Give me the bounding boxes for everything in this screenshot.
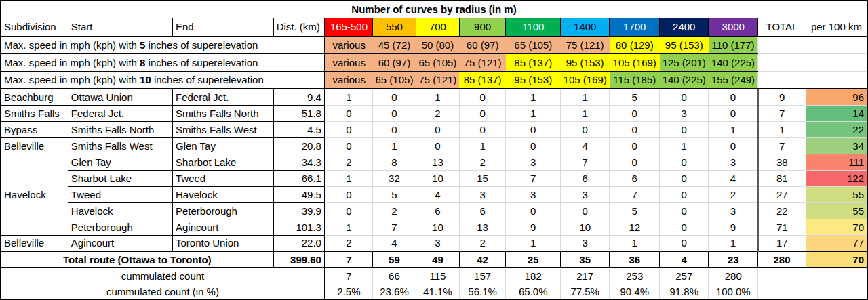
- max-speed-cell: 80 (129): [610, 36, 660, 53]
- col-header-per100km: per 100 km: [806, 18, 867, 36]
- max-speed-cell: various: [325, 36, 373, 53]
- total-count-cell: 35: [561, 251, 610, 267]
- curve-count-cell: 0: [660, 202, 709, 219]
- dist-cell: 51.8: [273, 105, 325, 121]
- empty-total-cell: [758, 284, 806, 300]
- curve-count-cell: 4: [416, 186, 459, 202]
- start-cell: Federal Jct.: [68, 105, 172, 121]
- per100km-cell: 96: [806, 89, 867, 105]
- per100km-cell: 55: [806, 186, 867, 202]
- curve-count-cell: 4: [561, 137, 610, 154]
- max-speed-cell: 45 (72): [372, 36, 416, 53]
- curve-count-cell: 3: [416, 235, 459, 251]
- curve-count-cell: 1: [325, 170, 373, 186]
- total-count-cell: 7: [325, 251, 373, 267]
- superelevation-label-suffix: inches of superelevation: [151, 74, 264, 85]
- superelevation-row: Max. speed in mph (kph) with 10 inches o…: [1, 71, 867, 89]
- curve-count-cell: 0: [506, 202, 561, 219]
- total-count-cell: 36: [610, 251, 660, 267]
- table-row: TweedHavelock49.50543337022755: [1, 186, 867, 202]
- curve-count-cell: 0: [561, 121, 610, 137]
- row-total-cell: 27: [758, 186, 806, 202]
- radius-bucket-header: 1700: [610, 18, 660, 36]
- curve-count-cell: 1: [610, 235, 660, 251]
- start-cell: Sharbot Lake: [68, 170, 172, 186]
- column-header-row: SubdivisionStartEndDist. (km)165-5005507…: [1, 18, 867, 36]
- dist-cell: 9.4: [273, 89, 325, 105]
- row-total-cell: 38: [758, 154, 806, 170]
- curve-count-cell: 0: [610, 154, 660, 170]
- dist-cell: 4.5: [273, 121, 325, 137]
- curve-count-cell: 3: [561, 186, 610, 202]
- curve-count-cell: 0: [416, 121, 459, 137]
- cumulated-count-row: cummulated count766115157182217253257280: [1, 267, 867, 284]
- cumulated-count-cell: 7: [325, 267, 373, 284]
- max-speed-cell: 75 (121): [459, 53, 506, 71]
- empty-per100-cell: [806, 71, 867, 89]
- curve-count-cell: 0: [660, 89, 709, 105]
- curve-count-cell: 0: [610, 137, 660, 154]
- superelevation-inches: 10: [140, 74, 151, 85]
- cumulated-count-cell: 157: [459, 267, 506, 284]
- curve-count-cell: 0: [372, 121, 416, 137]
- superelevation-label-cell: Max. speed in mph (kph) with 5 inches of…: [1, 36, 325, 53]
- cumulated-count-cell: 253: [610, 267, 660, 284]
- curve-count-cell: 0: [459, 105, 506, 121]
- max-speed-cell: 95 (153): [660, 36, 709, 53]
- total-dist-cell: 399.60: [273, 251, 325, 267]
- curve-count-cell: 7: [610, 186, 660, 202]
- max-speed-cell: 140 (225): [660, 71, 709, 89]
- max-speed-cell: various: [325, 71, 373, 89]
- curve-count-cell: 0: [372, 89, 416, 105]
- start-cell: Tweed: [68, 186, 172, 202]
- superelevation-row: Max. speed in mph (kph) with 5 inches of…: [1, 36, 867, 53]
- curve-count-cell: 0: [325, 105, 373, 121]
- empty-per100-cell: [806, 284, 867, 300]
- curve-count-cell: 0: [416, 137, 459, 154]
- radius-bucket-header: 165-500: [325, 18, 373, 36]
- empty-per100-cell: [806, 36, 867, 53]
- total-count-cell: 42: [459, 251, 506, 267]
- cumulated-percent-cell: 90.4%: [610, 284, 660, 300]
- curve-count-cell: 0: [506, 137, 561, 154]
- cumulated-percent-cell: 77.5%: [561, 284, 610, 300]
- curve-count-cell: 6: [610, 170, 660, 186]
- cumulated-count-cell: 115: [416, 267, 459, 284]
- curve-count-cell: 32: [372, 170, 416, 186]
- curve-count-cell: 0: [325, 137, 373, 154]
- curve-count-cell: 2: [416, 105, 459, 121]
- superelevation-label-cell: Max. speed in mph (kph) with 8 inches of…: [1, 53, 325, 71]
- end-cell: Tweed: [173, 170, 274, 186]
- row-total-cell: 9: [758, 89, 806, 105]
- curve-count-cell: 4: [372, 235, 416, 251]
- curve-count-cell: 1: [325, 219, 373, 235]
- dist-cell: 101.3: [273, 219, 325, 235]
- curve-count-cell: 10: [416, 170, 459, 186]
- curve-count-cell: 0: [709, 105, 758, 121]
- radius-bucket-header: 1100: [506, 18, 561, 36]
- curve-count-cell: 0: [709, 89, 758, 105]
- max-speed-cell: 65 (105): [506, 36, 561, 53]
- curve-count-cell: 2: [372, 202, 416, 219]
- title-row: Number of curves by radius (in m): [1, 1, 867, 18]
- curve-count-cell: 3: [709, 202, 758, 219]
- per100km-cell: 55: [806, 202, 867, 219]
- total-count-cell: 23: [709, 251, 758, 267]
- radius-bucket-header: 2400: [660, 18, 709, 36]
- dist-cell: 66.1: [273, 170, 325, 186]
- max-speed-cell: 110 (177): [709, 36, 758, 53]
- per100km-cell: 111: [806, 154, 867, 170]
- max-speed-cell: 60 (97): [459, 36, 506, 53]
- subdivision-cell: Bypass: [1, 121, 68, 137]
- start-cell: Agincourt: [68, 235, 172, 251]
- empty-total-cell: [758, 71, 806, 89]
- superelevation-row: Max. speed in mph (kph) with 8 inches of…: [1, 53, 867, 71]
- cumulated-percent-label: cummulated count (in %): [1, 284, 325, 300]
- radius-bucket-header: 550: [372, 18, 416, 36]
- curve-count-cell: 9: [709, 219, 758, 235]
- curve-count-cell: 5: [610, 202, 660, 219]
- row-total-cell: 81: [758, 170, 806, 186]
- per100km-cell: 22: [806, 121, 867, 137]
- curve-count-cell: 13: [416, 154, 459, 170]
- superelevation-label-prefix: Max. speed in mph (kph) with: [4, 57, 140, 68]
